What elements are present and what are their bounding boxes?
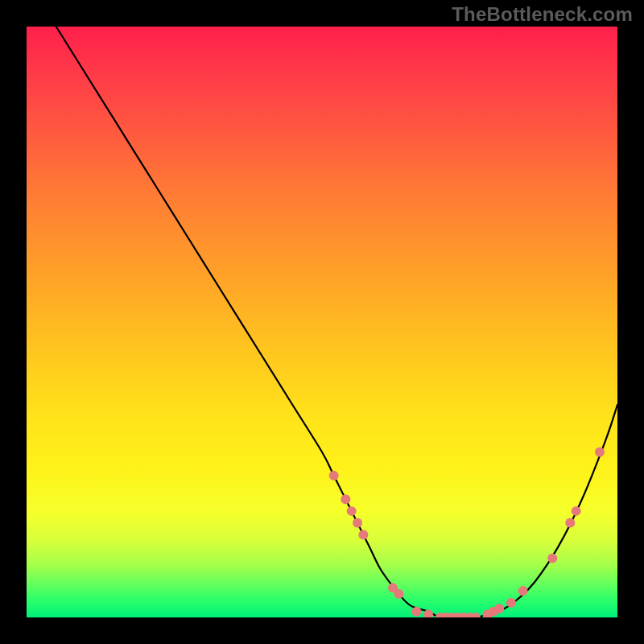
curve-marker bbox=[358, 530, 368, 539]
curve-layer bbox=[27, 27, 617, 617]
curve-marker bbox=[506, 598, 516, 608]
watermark-text: TheBottleneck.com bbox=[452, 3, 633, 26]
bottleneck-curve bbox=[56, 27, 617, 617]
curve-marker bbox=[494, 604, 504, 613]
curve-marker bbox=[411, 607, 421, 617]
curve-marker bbox=[347, 506, 357, 516]
curve-marker bbox=[341, 494, 350, 504]
curve-marker bbox=[565, 518, 575, 528]
curve-marker bbox=[595, 447, 605, 456]
curve-markers bbox=[329, 447, 605, 617]
curve-marker bbox=[572, 506, 581, 516]
plot-area bbox=[27, 27, 617, 617]
chart-frame: TheBottleneck.com bbox=[0, 0, 644, 644]
curve-marker bbox=[329, 471, 339, 481]
curve-marker bbox=[547, 554, 557, 564]
curve-marker bbox=[394, 589, 403, 599]
curve-marker bbox=[353, 518, 362, 528]
curve-marker bbox=[518, 586, 528, 596]
